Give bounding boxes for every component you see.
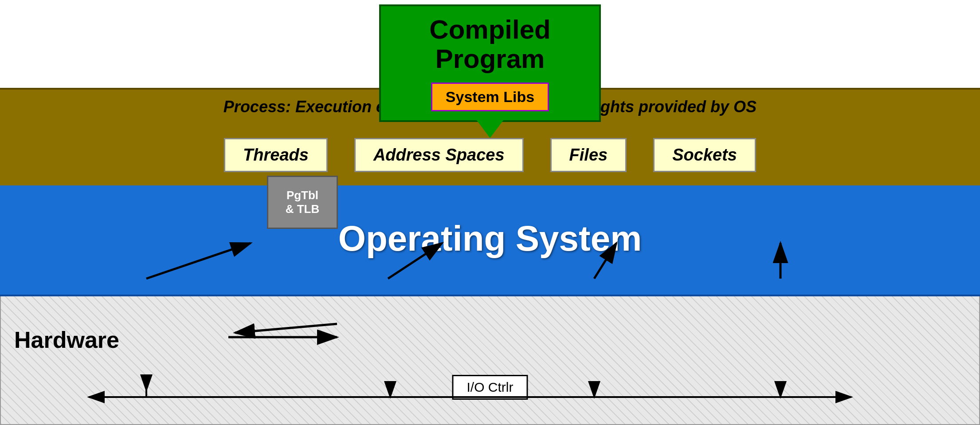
io-ctrlr-label: I/O Ctrlr (467, 380, 514, 394)
diagram: Hardware ISA Processor PgTbl& TLB Memory… (0, 0, 980, 425)
compiled-program-title: CompiledProgram (390, 15, 590, 74)
process-items: Threads Address Spaces Files Sockets (0, 138, 980, 172)
process-description: Process: Execution environment with rest… (223, 98, 757, 116)
process-item-files: Files (550, 138, 627, 172)
os-layer: Operating System (0, 181, 980, 296)
hardware-label: Hardware (14, 327, 119, 353)
process-layer: Process: Execution environment with rest… (0, 88, 980, 185)
pgtbl-box: PgTbl& TLB (267, 176, 338, 229)
io-ctrlr: I/O Ctrlr (452, 375, 528, 400)
os-label: Operating System (338, 218, 642, 259)
process-item-sockets: Sockets (653, 138, 756, 172)
process-item-address-spaces: Address Spaces (354, 138, 524, 172)
process-item-threads: Threads (224, 138, 328, 172)
